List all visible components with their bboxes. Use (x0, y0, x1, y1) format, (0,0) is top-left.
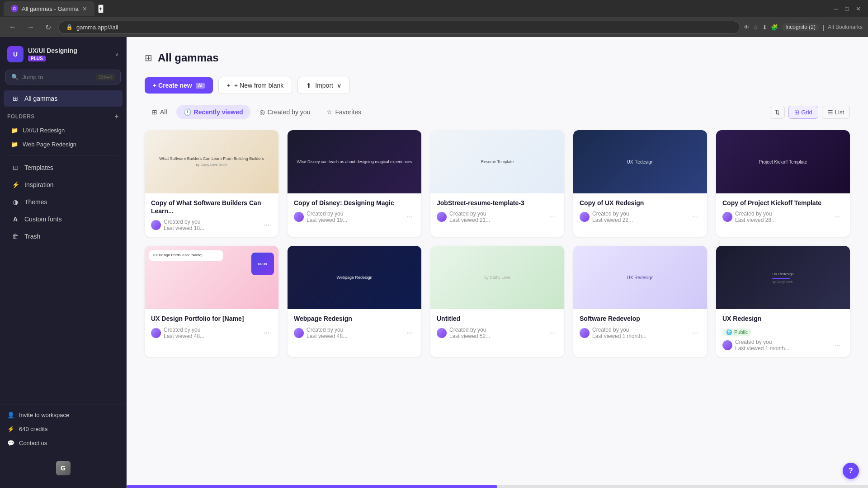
card-avatar-6 (151, 328, 161, 338)
card-thumbnail-6: UX Design Portfolio for [Name] UI/UX (145, 246, 278, 309)
gamma-card-4[interactable]: UX Redesign Copy of UX Redesign Created … (573, 130, 707, 237)
grid-view-button[interactable]: ⊞ Grid (788, 106, 818, 119)
add-folder-button[interactable]: + (114, 113, 119, 121)
grid-label: Grid (801, 109, 812, 116)
close-window-button[interactable]: ✕ (856, 5, 861, 12)
sidebar-item-inspiration[interactable]: ⚡ Inspiration (4, 177, 123, 193)
sidebar-item-custom-fonts[interactable]: A Custom fonts (4, 211, 123, 227)
ai-badge: AI (196, 83, 205, 89)
create-new-button[interactable]: + Create new AI (145, 77, 213, 94)
sidebar-item-invite[interactable]: 👤 Invite to workspace (0, 408, 126, 422)
card-last-viewed-8: Last viewed 52... (449, 333, 490, 339)
card-title-2: Copy of Disney: Designing Magic (294, 199, 415, 207)
sidebar-item-themes[interactable]: ◑ Themes (4, 194, 123, 210)
star-icon[interactable]: ☆ (753, 24, 759, 31)
folder-icon: 📁 (11, 141, 18, 148)
refresh-button[interactable]: ↻ (42, 21, 55, 33)
filter-tab-created-by-you[interactable]: ◎ Created by you (252, 105, 318, 119)
search-bar[interactable]: 🔍 Jump to Ctrl+K (5, 70, 121, 84)
gamma-card-9[interactable]: UX Redesign Software Redevelop Created b… (573, 246, 707, 357)
card-more-button-3[interactable]: ··· (547, 212, 558, 222)
card-more-button-5[interactable]: ··· (832, 212, 844, 222)
thumb-content-8: by Cathy Love (430, 246, 564, 309)
forward-button[interactable]: → (24, 21, 38, 33)
import-button[interactable]: ⬆ Import ∨ (297, 77, 350, 94)
credits-icon: ⚡ (7, 426, 14, 432)
plus-icon: + (227, 82, 231, 89)
card-more-button-4[interactable]: ··· (689, 212, 701, 222)
profile-icon[interactable]: | (823, 24, 824, 31)
all-gammas-icon: ⊞ (11, 94, 20, 103)
invite-label: Invite to workspace (19, 412, 69, 418)
search-placeholder: Jump to (22, 74, 43, 80)
sidebar-item-all-gammas[interactable]: ⊞ All gammas (4, 90, 123, 107)
card-last-viewed-3: Last viewed 21... (449, 217, 490, 223)
card-creator-1: Created by you (164, 219, 204, 225)
bookmarks-label: All Bookmarks (828, 24, 863, 30)
gamma-card-3[interactable]: Resume Template JobStreet-resume-templat… (430, 130, 564, 237)
card-last-viewed-4: Last viewed 22... (592, 217, 633, 223)
card-more-button-1[interactable]: ··· (261, 220, 272, 230)
sidebar-item-templates[interactable]: ⊡ Templates (4, 160, 123, 176)
workspace-header[interactable]: U UX/UI Designing PLUS ∨ (0, 42, 126, 68)
card-meta-3: Created by you Last viewed 21... ··· (437, 211, 558, 223)
scroll-indicator (127, 485, 868, 488)
import-label: Import (315, 82, 333, 89)
workspace-badge: PLUS (28, 56, 46, 61)
credits-label: 640 credits (19, 426, 48, 432)
help-button[interactable]: ? (843, 463, 859, 479)
card-thumbnail-10: UX Redesign by Cathy Love (716, 246, 850, 309)
page-title: All gammas (158, 52, 219, 64)
minimize-button[interactable]: ─ (834, 5, 838, 12)
folder-item-uxui-redesign[interactable]: 📁 UX/UI Redesign (4, 124, 123, 137)
gamma-card-10[interactable]: UX Redesign by Cathy Love UX Redesign 🌐 … (716, 246, 850, 357)
add-tab-button[interactable]: + (98, 5, 104, 13)
folders-label: Folders (7, 113, 35, 120)
card-meta-9: Created by you Last viewed 1 month... ··… (580, 327, 701, 339)
gamma-card-2[interactable]: What Disney can teach us about designing… (288, 130, 421, 237)
gamma-card-7[interactable]: Webpage Redesign Webpage Redesign Create… (288, 246, 421, 357)
card-more-button-2[interactable]: ··· (404, 212, 415, 222)
all-icon: ⊞ (152, 108, 157, 116)
filter-tab-favorites[interactable]: ☆ Favorites (319, 105, 368, 119)
card-more-button-6[interactable]: ··· (261, 328, 272, 338)
sidebar-item-credits[interactable]: ⚡ 640 credits (0, 422, 126, 436)
back-button[interactable]: ← (5, 21, 20, 33)
gamma-card-6[interactable]: UX Design Portfolio for [Name] UI/UX UX … (145, 246, 278, 357)
card-creator-5: Created by you (735, 211, 776, 217)
list-view-button[interactable]: ☰ List (822, 106, 850, 119)
gamma-card-8[interactable]: by Cathy Love Untitled Created by you La… (430, 246, 564, 357)
browser-tab[interactable]: G All gammas - Gamma ✕ (4, 1, 94, 16)
extensions-icon[interactable]: 🧩 (771, 24, 778, 31)
download-icon[interactable]: ⬇ (762, 24, 767, 31)
card-more-button-7[interactable]: ··· (404, 328, 415, 338)
close-tab-button[interactable]: ✕ (82, 5, 87, 12)
gamma-grid: What Software Builders Can Learn From Bu… (145, 130, 850, 357)
sidebar-item-contact[interactable]: 💬 Contact us (0, 436, 126, 450)
filter-tab-all[interactable]: ⊞ All (145, 105, 175, 119)
maximize-button[interactable]: □ (845, 5, 849, 12)
workspace-avatar: U (7, 46, 24, 62)
sort-button[interactable]: ⇅ (770, 106, 785, 119)
card-meta-7: Created by you Last viewed 48... ··· (294, 327, 415, 339)
gamma-card-5[interactable]: Project Kickoff Template Copy of Project… (716, 130, 850, 237)
folders-section-header: Folders + (0, 107, 126, 123)
card-more-button-8[interactable]: ··· (547, 328, 558, 338)
inspiration-label: Inspiration (24, 181, 54, 188)
created-by-you-icon: ◎ (259, 108, 265, 116)
sidebar-item-trash[interactable]: 🗑 Trash (4, 228, 123, 244)
gamma-card-1[interactable]: What Software Builders Can Learn From Bu… (145, 130, 278, 237)
sidebar: U UX/UI Designing PLUS ∨ 🔍 Jump to Ctrl+… (0, 37, 127, 488)
card-avatar-5 (722, 212, 732, 222)
card-more-button-9[interactable]: ··· (689, 328, 701, 338)
card-more-button-10[interactable]: ··· (832, 340, 844, 350)
new-from-blank-button[interactable]: + + New from blank (218, 77, 292, 94)
card-avatar-7 (294, 328, 304, 338)
card-creator-9: Created by you (592, 327, 646, 333)
filter-tab-recently-viewed[interactable]: 🕐 Recently viewed (176, 105, 250, 119)
card-thumbnail-2: What Disney can teach us about designing… (288, 130, 421, 193)
themes-label: Themes (24, 198, 47, 206)
app-container: U UX/UI Designing PLUS ∨ 🔍 Jump to Ctrl+… (0, 37, 868, 488)
address-bar[interactable]: 🔒 gamma.app/#all (58, 21, 740, 34)
folder-item-web-page-redesign[interactable]: 📁 Web Page Redesign (4, 138, 123, 151)
